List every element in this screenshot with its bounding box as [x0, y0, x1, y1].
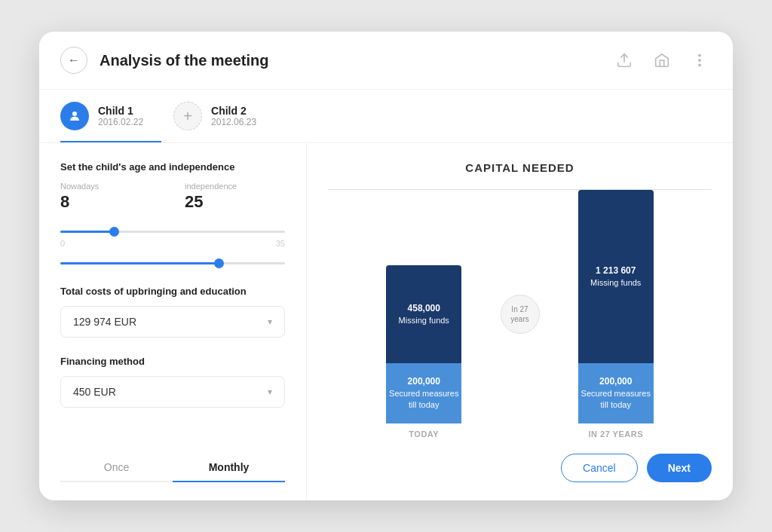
independence-slider-group: independence 25 [185, 182, 285, 216]
nowadays-label: Nowadays [60, 182, 161, 191]
today-secured-label: Secured measures till today [389, 388, 458, 411]
today-secured-segment: 200,000 Secured measures till today [386, 363, 461, 423]
financing-value: 450 EUR [73, 386, 116, 398]
toggle-wrap: Once Monthly [60, 454, 285, 482]
svg-point-2 [699, 60, 700, 61]
independence-range-input[interactable] [60, 262, 285, 264]
financing-section: Financing method 450 EUR ▾ [60, 356, 285, 408]
toggle-monthly[interactable]: Monthly [173, 454, 285, 481]
financing-dropdown[interactable]: 450 EUR ▾ [60, 376, 285, 408]
main-content: Set the child's age and independence Now… [39, 143, 733, 500]
today-missing-label: Missing funds [399, 315, 449, 326]
costs-dropdown-arrow: ▾ [268, 316, 272, 327]
slider-row: Nowadays 8 independence 25 [60, 182, 285, 216]
app-container: ← Analysis of the meeting [39, 32, 733, 500]
menu-icon[interactable] [688, 48, 712, 72]
child2-avatar: + [173, 102, 202, 130]
child1-date: 2016.02.22 [98, 117, 143, 127]
nowadays-value: 8 [60, 192, 161, 212]
right-panel: CAPITAL NEEDED 458,000 Missing funds 200… [307, 143, 733, 500]
slider-section-title: Set the child's age and independence [60, 161, 285, 173]
upload-icon[interactable] [612, 48, 636, 72]
page-title: Analysis of the meeting [100, 52, 612, 69]
costs-dropdown[interactable]: 129 974 EUR ▾ [60, 306, 285, 338]
in27-bar-label: IN 27 YEARS [588, 430, 643, 439]
home-icon[interactable] [650, 48, 674, 72]
bar-group-in27: 1 213 607 Missing funds 200,000 Secured … [535, 190, 697, 439]
child2-info: Child 2 2012.06.23 [211, 105, 256, 127]
arrow-connector: In 27years [501, 295, 540, 334]
bar-stack-in27: 1 213 607 Missing funds 200,000 Secured … [578, 190, 654, 423]
header-icons [612, 48, 712, 72]
back-button[interactable]: ← [60, 47, 87, 74]
connector-label: In 27years [510, 304, 528, 324]
svg-point-3 [699, 64, 700, 66]
toggle-once[interactable]: Once [60, 454, 173, 481]
tab-child2[interactable]: + Child 2 2012.06.23 [173, 90, 274, 142]
toggle-section: Once Monthly [60, 454, 285, 482]
bar-stack-today: 458,000 Missing funds 200,000 Secured me… [386, 265, 461, 423]
today-missing-segment: 458,000 Missing funds [386, 265, 461, 363]
today-bar-label: TODAY [409, 430, 439, 439]
left-panel: Set the child's age and independence Now… [39, 143, 307, 500]
nowadays-slider-group: Nowadays 8 [60, 182, 161, 216]
child1-info: Child 1 2016.02.22 [98, 105, 143, 127]
nowadays-range-input[interactable] [60, 231, 285, 233]
today-secured-value: 200,000 [408, 375, 440, 388]
tabs-row: Child 1 2016.02.22 + Child 2 2012.06.23 [39, 90, 733, 143]
header: ← Analysis of the meeting [39, 32, 733, 90]
next-button[interactable]: Next [647, 454, 712, 482]
cancel-button[interactable]: Cancel [561, 454, 638, 482]
slider-max-label: 35 [276, 239, 285, 248]
costs-title: Total costs of upbringing and education [60, 286, 285, 297]
in27-secured-value: 200,000 [599, 375, 632, 388]
chart-title: CAPITAL NEEDED [328, 161, 712, 174]
slider-min-label: 0 [60, 239, 65, 248]
in27-missing-segment: 1 213 607 Missing funds [578, 190, 654, 363]
footer-buttons: Cancel Next [328, 439, 712, 482]
svg-point-1 [699, 54, 700, 56]
costs-value: 129 974 EUR [73, 316, 136, 328]
costs-section: Total costs of upbringing and education … [60, 286, 285, 338]
tab-child1[interactable]: Child 1 2016.02.22 [60, 90, 161, 142]
today-missing-value: 458,000 [408, 302, 440, 315]
child2-name: Child 2 [211, 105, 256, 117]
in27-secured-label: Secured measures till today [581, 388, 651, 411]
financing-dropdown-arrow: ▾ [268, 387, 272, 397]
in27-missing-label: Missing funds [590, 277, 641, 289]
arrow-circle: In 27years [501, 295, 540, 334]
sliders-section: Set the child's age and independence Now… [60, 161, 285, 268]
bar-group-today: 458,000 Missing funds 200,000 Secured me… [343, 265, 505, 439]
in27-secured-segment: 200,000 Secured measures till today [578, 363, 654, 423]
in27-missing-value: 1 213 607 [596, 264, 636, 277]
independence-label: independence [185, 182, 285, 191]
child1-name: Child 1 [98, 105, 143, 117]
child1-avatar [60, 102, 89, 130]
svg-point-4 [72, 112, 77, 116]
independence-value: 25 [185, 192, 285, 212]
financing-title: Financing method [60, 356, 285, 367]
child2-date: 2012.06.23 [211, 117, 256, 127]
